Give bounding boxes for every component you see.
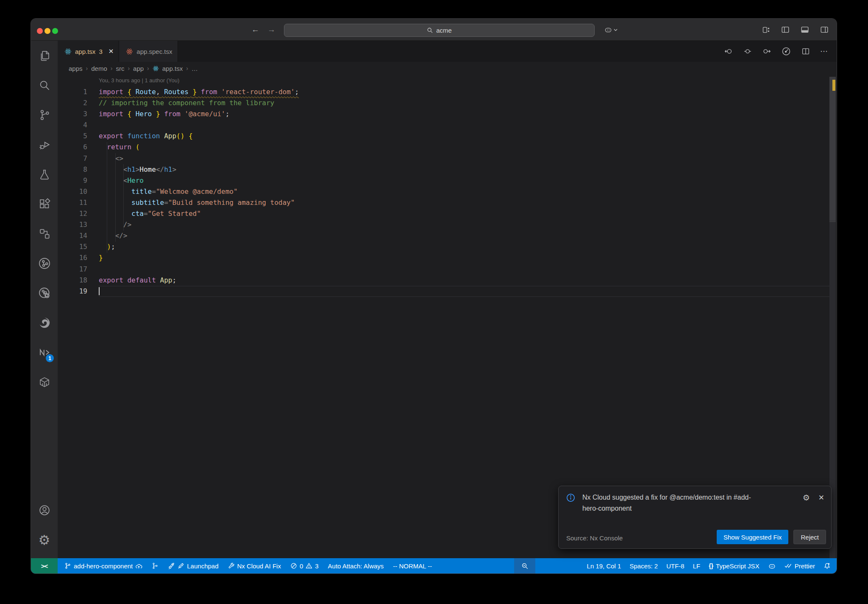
code-line[interactable]: 18export default App; [58,275,830,286]
toggle-secondary-sidebar-icon[interactable] [820,25,829,34]
status-git-graph[interactable] [152,562,159,569]
sidebar-item-nx-graph-search[interactable] [31,278,58,308]
code-line[interactable]: 2// importing the component from the lib… [58,98,830,109]
git-graph-icon [152,562,159,569]
status-nx-cloud-ai-fix[interactable]: Nx Cloud AI Fix [228,562,281,570]
code-line[interactable]: 13 /> [58,219,830,230]
status-notifications-bell[interactable] [823,562,831,570]
code-lines: 1import { Route, Routes } from 'react-ro… [58,87,830,297]
breadcrumb-segment[interactable]: apps [69,65,83,72]
copilot-icon [768,562,776,570]
status-line-col[interactable]: Ln 19, Col 1 [587,562,621,570]
remote-indicator[interactable]: >< [31,558,58,573]
code-line[interactable]: 3import { Hero } from '@acme/ui'; [58,109,830,120]
navigate-back-icon[interactable] [724,47,733,56]
code-line[interactable]: 8 <h1>Home</h1> [58,164,830,175]
status-indentation[interactable]: Spaces: 2 [629,562,658,570]
status-copilot[interactable] [768,562,776,570]
line-number: 13 [58,219,87,230]
double-check-icon [785,563,792,568]
run-recent-icon[interactable] [781,46,791,56]
maximize-window-button[interactable] [52,28,58,34]
code-line[interactable]: 7 <> [58,153,830,164]
minimize-window-button[interactable] [45,28,50,34]
breadcrumb-segment[interactable]: src [116,65,124,72]
code-line[interactable]: 12 cta="Get Started" [58,208,830,219]
line-number: 3 [58,109,87,120]
toggle-panel-icon[interactable] [800,25,810,34]
code-line[interactable]: 11 subtitle="Build something amazing tod… [58,197,830,208]
code-line[interactable]: 9 <Hero [58,175,830,186]
tab-app-spec-tsx[interactable]: app.spec.tsx [119,41,178,62]
debug-icon [38,138,51,151]
tab-app-tsx[interactable]: app.tsx 3 ✕ [58,41,119,62]
toggle-primary-sidebar-icon[interactable] [781,25,790,34]
sidebar-item-settings[interactable]: ⚙ [31,525,58,555]
notification-toast: Nx Cloud suggested a fix for @acme/demo:… [558,486,832,549]
status-encoding[interactable]: UTF-8 [666,562,684,570]
breadcrumb[interactable]: apps› demo› src› app› app.tsx› … [69,62,198,75]
history-back-button[interactable]: ← [251,25,259,35]
navigate-forward-icon[interactable] [762,47,771,56]
sidebar-item-nx-graph[interactable] [31,249,58,278]
error-count: 0 [300,562,303,570]
code-line[interactable]: 4 [58,120,830,131]
command-center-search[interactable]: acme [284,24,595,37]
code-line[interactable]: 5export function App() { [58,131,830,142]
code-line[interactable]: 19 [58,286,830,297]
activity-bar: 1 ⚙ [31,41,58,558]
close-tab-icon[interactable]: ✕ [108,48,114,55]
status-eol[interactable]: LF [693,562,701,570]
nav-dot-icon[interactable] [743,47,752,56]
sidebar-item-related-projects[interactable] [31,219,58,249]
status-zoom-indicator[interactable] [514,558,535,573]
show-suggested-fix-button[interactable]: Show Suggested Fix [717,530,789,544]
breadcrumb-segment[interactable]: demo [91,65,107,72]
code-line[interactable]: 14 </> [58,230,830,241]
code-line[interactable]: 6 return ( [58,142,830,153]
sidebar-item-explorer[interactable] [31,41,58,70]
nx-graph-icon [38,257,51,270]
status-auto-attach[interactable]: Auto Attach: Always [328,562,384,570]
status-launchpad[interactable]: Launchpad [168,562,218,570]
line-number: 16 [58,252,87,263]
notification-settings-gear-icon[interactable]: ⚙ [803,493,810,503]
status-language-mode[interactable]: {} TypeScript JSX [709,562,759,570]
close-window-button[interactable] [37,28,43,34]
notification-close-icon[interactable]: ✕ [818,493,824,502]
status-vim-mode[interactable]: -- NORMAL -- [393,562,432,570]
sidebar-item-testing[interactable] [31,159,58,189]
sidebar-item-run-debug[interactable] [31,130,58,159]
sidebar-item-nx-console[interactable]: 1 [31,338,58,367]
customize-layout-icon[interactable] [762,25,771,34]
sidebar-item-package[interactable] [31,367,58,397]
search-value: acme [436,27,452,34]
scrollbar-thumb[interactable] [829,77,836,221]
code-line[interactable]: 16} [58,252,830,263]
sidebar-item-account[interactable] [31,495,58,525]
history-forward-button[interactable]: → [267,25,275,35]
status-formatter[interactable]: Prettier [785,562,815,570]
code-line[interactable]: 10 title="Welcmoe @acme/demo" [58,186,830,197]
sidebar-item-search[interactable] [31,70,58,100]
sidebar-item-edge-browser[interactable] [31,308,58,338]
more-actions-icon[interactable]: ⋯ [820,47,828,56]
line-number: 7 [58,153,87,164]
breadcrumb-file[interactable]: app.tsx [162,65,183,72]
code-line[interactable]: 1import { Route, Routes } from 'react-ro… [58,87,830,98]
breadcrumb-overflow[interactable]: … [192,65,198,72]
breadcrumb-separator: › [111,65,113,72]
chevron-down-icon [614,28,618,31]
code-line[interactable]: 15 ); [58,241,830,252]
status-git-branch[interactable]: add-hero-component [64,562,142,570]
notification-source: Source: Nx Console [566,534,623,542]
sidebar-item-extensions[interactable] [31,189,58,219]
breadcrumb-segment[interactable]: app [133,65,144,72]
editor-scrollbar[interactable] [829,77,836,558]
reject-button[interactable]: Reject [793,530,826,544]
status-problems[interactable]: 0 3 [290,562,319,570]
split-editor-icon[interactable] [801,47,810,56]
copilot-menu[interactable] [604,25,618,34]
sidebar-item-source-control[interactable] [31,100,58,130]
code-line[interactable]: 17 [58,264,830,275]
